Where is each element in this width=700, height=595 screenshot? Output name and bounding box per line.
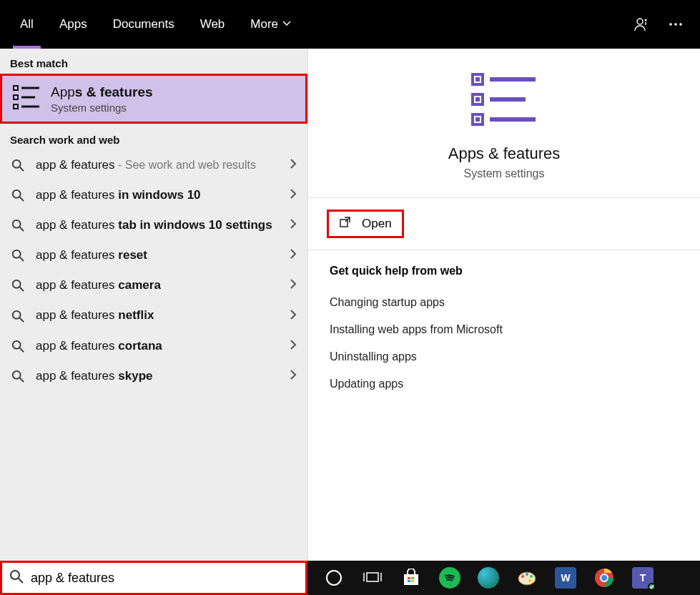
search-icon [10, 279, 26, 292]
search-icon [10, 189, 26, 202]
teams-icon[interactable]: T [631, 566, 655, 590]
svg-point-3 [674, 23, 677, 26]
search-result[interactable]: app & features tab in windows 10 setting… [0, 210, 307, 240]
svg-rect-39 [367, 573, 378, 581]
search-result[interactable]: app & features skype [0, 361, 307, 391]
svg-rect-32 [475, 117, 480, 122]
paint-icon[interactable] [515, 566, 539, 590]
more-options-icon[interactable] [659, 7, 693, 41]
search-icon [10, 340, 26, 353]
svg-point-0 [637, 19, 643, 24]
taskbar: W T [0, 561, 700, 595]
result-text: app & features camera [36, 277, 279, 293]
chevron-right-icon [289, 278, 297, 292]
quick-help-item[interactable]: Installing web apps from Microsoft [330, 316, 679, 343]
svg-point-23 [13, 340, 21, 348]
apps-features-icon [12, 83, 41, 114]
search-icon [10, 159, 26, 172]
result-text: app & features netflix [36, 308, 279, 323]
search-icon [10, 310, 26, 323]
svg-point-2 [669, 23, 672, 26]
tab-documents[interactable]: Documents [100, 0, 187, 49]
svg-point-49 [526, 573, 528, 576]
result-text: app & features cortana [36, 338, 279, 354]
taskbar-search-box[interactable] [0, 561, 307, 595]
svg-line-22 [20, 318, 24, 321]
task-view-icon[interactable] [360, 566, 385, 590]
svg-line-38 [19, 579, 23, 583]
svg-line-26 [20, 378, 24, 381]
svg-point-50 [530, 575, 533, 578]
word-icon[interactable]: W [553, 566, 578, 590]
tab-label: All [20, 17, 34, 31]
work-web-heading: Search work and web [0, 125, 307, 150]
tab-apps[interactable]: Apps [46, 0, 100, 49]
cortana-icon[interactable] [322, 566, 346, 590]
chevron-right-icon [289, 248, 297, 262]
result-text: app & features - See work and web result… [36, 157, 279, 173]
svg-point-48 [521, 575, 524, 578]
result-text: app & features reset [36, 247, 279, 263]
chevron-down-icon [282, 17, 291, 31]
search-result[interactable]: app & features in windows 10 [0, 180, 307, 210]
result-text: app & features skype [36, 368, 279, 384]
quick-help-item[interactable]: Updating apps [330, 370, 679, 398]
search-result[interactable]: app & features - See work and web result… [0, 150, 307, 180]
chevron-right-icon [289, 158, 297, 172]
open-external-icon [339, 216, 352, 232]
svg-point-19 [13, 280, 21, 288]
best-match-heading: Best match [0, 49, 307, 74]
open-label: Open [362, 217, 392, 231]
best-match-subtitle: System settings [51, 102, 153, 114]
search-result[interactable]: app & features cortana [0, 331, 307, 361]
edge-icon[interactable] [476, 566, 501, 590]
svg-rect-46 [411, 580, 414, 582]
spotify-icon[interactable] [438, 566, 462, 590]
svg-point-11 [13, 160, 21, 168]
apps-features-icon [468, 70, 540, 133]
chevron-right-icon [289, 369, 297, 383]
quick-help-item[interactable]: Uninstalling apps [330, 343, 679, 370]
chrome-icon[interactable] [592, 566, 616, 590]
svg-point-1 [645, 19, 647, 21]
preview-panel: Apps & features System settings Open Get… [307, 49, 700, 561]
svg-rect-6 [14, 95, 18, 99]
svg-line-16 [20, 227, 24, 231]
tab-label: More [250, 17, 278, 31]
svg-point-17 [13, 250, 21, 258]
svg-rect-30 [475, 77, 480, 82]
search-results-panel: Best match Apps & features System settin… [0, 49, 307, 561]
chevron-right-icon [289, 309, 297, 323]
svg-point-15 [13, 220, 21, 228]
microsoft-store-icon[interactable] [399, 566, 423, 590]
svg-rect-7 [14, 104, 18, 109]
tab-more[interactable]: More [237, 0, 304, 49]
tab-all[interactable]: All [7, 0, 46, 49]
best-match-result[interactable]: Apps & features System settings [0, 74, 307, 124]
svg-line-18 [20, 257, 24, 261]
search-icon [10, 219, 26, 232]
preview-subtitle: System settings [464, 167, 545, 180]
search-result[interactable]: app & features reset [0, 240, 307, 270]
quick-help-item[interactable]: Changing startup apps [330, 289, 679, 316]
svg-rect-44 [411, 577, 414, 579]
svg-point-13 [13, 190, 21, 198]
svg-rect-45 [408, 580, 410, 582]
search-topbar: All Apps Documents Web More [0, 0, 700, 49]
svg-line-24 [20, 348, 24, 351]
open-button[interactable]: Open [327, 210, 404, 238]
account-icon[interactable] [624, 7, 659, 41]
svg-line-12 [20, 167, 24, 171]
svg-point-37 [11, 571, 19, 579]
svg-rect-5 [14, 86, 18, 90]
tab-web[interactable]: Web [187, 0, 238, 49]
tab-label: Documents [113, 17, 174, 31]
svg-point-25 [13, 371, 21, 379]
search-result[interactable]: app & features camera [0, 270, 307, 300]
search-result[interactable]: app & features netflix [0, 300, 307, 330]
chevron-right-icon [289, 188, 297, 202]
svg-point-21 [13, 310, 21, 318]
svg-rect-43 [408, 577, 410, 579]
search-input[interactable] [31, 571, 298, 586]
svg-rect-31 [475, 97, 480, 102]
